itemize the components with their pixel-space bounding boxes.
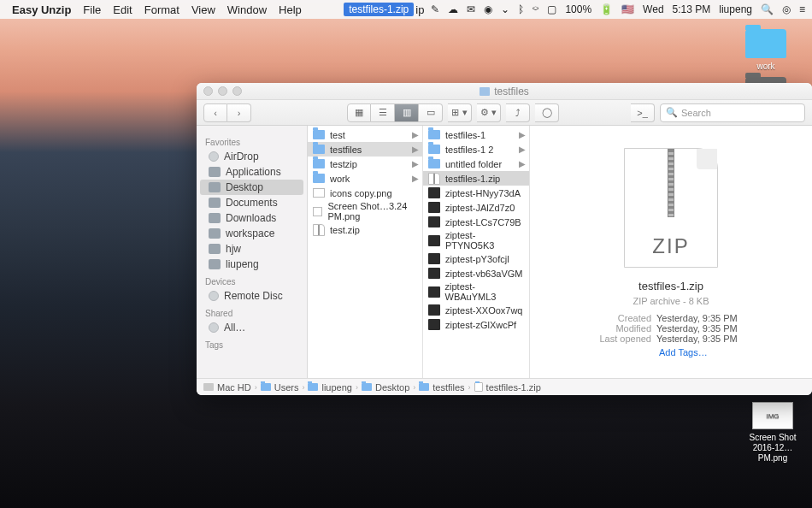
battery-pct[interactable]: 100% — [565, 3, 591, 15]
folder-icon — [313, 130, 325, 139]
sidebar-airdrop[interactable]: AirDrop — [200, 149, 303, 164]
action-button[interactable]: ⚙ ▾ — [477, 103, 501, 122]
sidebar-item-label: All… — [224, 322, 245, 334]
list-row[interactable]: ziptest-LCs7C79B — [423, 215, 529, 229]
hd-icon — [203, 383, 214, 391]
close-button[interactable] — [203, 86, 213, 96]
user-icon[interactable]: ◉ — [484, 3, 492, 15]
chevron-right-icon: ▶ — [412, 159, 419, 168]
list-row[interactable]: ziptest-JAlZd7z0 — [423, 200, 529, 215]
documents-icon — [209, 198, 221, 208]
list-row[interactable]: test.zip — [308, 222, 422, 237]
sidebar-applications[interactable]: Applications — [200, 164, 303, 180]
list-row[interactable]: Screen Shot…3.24 PM.png — [308, 200, 422, 222]
wechat-icon[interactable]: ✉ — [467, 3, 475, 15]
list-row[interactable]: testfiles-1 2▶ — [423, 142, 529, 157]
cloud-icon[interactable]: ☁ — [448, 3, 458, 15]
sidebar-downloads[interactable]: Downloads — [200, 210, 303, 226]
back-button[interactable]: ‹ — [203, 103, 227, 122]
list-row[interactable]: ziptest-WBAuYML3 — [423, 281, 529, 303]
sidebar-item-label: Documents — [226, 197, 278, 209]
path-seg[interactable]: testfiles — [432, 382, 464, 393]
column-desktop: test▶testfiles▶testzip▶work▶icons copy.p… — [308, 126, 423, 378]
folder-icon — [745, 29, 786, 58]
tags-button[interactable]: ◯ — [535, 103, 559, 122]
sidebar-desktop[interactable]: Desktop — [200, 180, 303, 195]
clock-time[interactable]: 5:13 PM — [673, 3, 711, 15]
list-row[interactable]: ziptest-pY3ofcjl — [423, 251, 529, 266]
list-row[interactable]: testfiles▶ — [308, 142, 422, 157]
sidebar-remote-disc[interactable]: Remote Disc — [200, 288, 303, 304]
airplay-icon[interactable]: ▢ — [547, 3, 556, 15]
menu-window[interactable]: Window — [227, 3, 267, 16]
evernote-icon[interactable]: ✎ — [431, 3, 439, 15]
list-row[interactable]: icons copy.png — [308, 186, 422, 200]
notification-icon[interactable]: ≡ — [799, 3, 805, 15]
path-seg[interactable]: testfiles-1.zip — [486, 382, 541, 393]
finder-toolbar: ‹ › ▦ ☰ ▥ ▭ ⊞ ▾ ⚙ ▾ ⤴ ◯ >_ 🔍 Search — [197, 100, 812, 126]
list-row[interactable]: ziptest-PTYNO5K3 — [423, 229, 529, 251]
view-icons[interactable]: ▦ — [347, 103, 371, 122]
dropdown-icon[interactable]: ⌄ — [501, 3, 509, 15]
arrange-button[interactable]: ⊞ ▾ — [448, 103, 472, 122]
menu-help[interactable]: Help — [279, 3, 302, 16]
zoom-button[interactable] — [232, 86, 242, 96]
path-seg[interactable]: Desktop — [375, 382, 409, 393]
preview-filetype: ZIP archive - 8 KB — [633, 296, 709, 306]
path-seg[interactable]: liupeng — [321, 382, 351, 393]
path-seg[interactable]: Mac HD — [217, 382, 251, 393]
siri-icon[interactable]: ◎ — [782, 3, 791, 15]
finder-titlebar[interactable]: testfiles — [197, 83, 812, 100]
view-switch: ▦ ☰ ▥ ▭ — [347, 103, 443, 122]
clock-day[interactable]: Wed — [643, 3, 663, 15]
desktop-item-label: Screen Shot 2016-12…PM.png — [742, 433, 803, 464]
menu-file[interactable]: File — [83, 3, 101, 16]
path-bar: Mac HD› Users› liupeng› Desktop› testfil… — [197, 378, 812, 395]
nav-buttons: ‹ › — [203, 103, 251, 122]
list-row[interactable]: testfiles-1.zip — [423, 171, 529, 186]
menu-bar: Easy Unzip File Edit Format View Window … — [0, 0, 812, 19]
desktop-folder-work[interactable]: work — [735, 29, 797, 72]
path-button[interactable]: >_ — [631, 103, 655, 122]
meta-key: Created — [591, 313, 651, 323]
desktop-screenshot[interactable]: IMG Screen Shot 2016-12…PM.png — [742, 402, 803, 464]
app-name[interactable]: Easy Unzip — [12, 3, 71, 16]
view-columns[interactable]: ▥ — [395, 103, 419, 122]
view-list[interactable]: ☰ — [371, 103, 395, 122]
zip-label: ZIP — [652, 234, 689, 258]
battery-icon[interactable]: 🔋 — [600, 3, 613, 15]
sidebar-liupeng[interactable]: liupeng — [200, 257, 303, 272]
forward-button[interactable]: › — [227, 103, 251, 122]
list-row[interactable]: ziptest-zGlXwcPf — [423, 317, 529, 332]
spotlight-icon[interactable]: 🔍 — [761, 3, 774, 15]
sidebar-workspace[interactable]: workspace — [200, 226, 303, 241]
flag-icon[interactable]: 🇺🇸 — [621, 3, 634, 15]
user-name[interactable]: liupeng — [719, 3, 752, 15]
list-row[interactable]: untitled folder▶ — [423, 157, 529, 171]
menu-edit[interactable]: Edit — [113, 3, 132, 16]
list-row[interactable]: work▶ — [308, 171, 422, 186]
list-row[interactable]: ziptest-vb63aVGM — [423, 266, 529, 281]
list-row[interactable]: ziptest-XXOox7wq — [423, 303, 529, 317]
bluetooth-icon[interactable]: ᛒ — [518, 3, 524, 15]
list-row[interactable]: testzip▶ — [308, 157, 422, 171]
share-button[interactable]: ⤴ — [506, 103, 530, 122]
view-gallery[interactable]: ▭ — [419, 103, 443, 122]
search-field[interactable]: 🔍 Search — [660, 103, 805, 122]
path-seg[interactable]: Users — [274, 382, 299, 393]
sidebar-hjw[interactable]: hjw — [200, 241, 303, 257]
wifi-icon[interactable]: ⌔ — [533, 3, 538, 15]
sidebar-all[interactable]: All… — [200, 320, 303, 335]
list-row[interactable]: testfiles-1▶ — [423, 127, 529, 142]
list-row[interactable]: ziptest-HNyy73dA — [423, 186, 529, 200]
exec-icon — [428, 202, 440, 213]
zip-icon — [428, 173, 440, 185]
active-file-bubble[interactable]: testfiles-1.zip — [344, 3, 414, 16]
list-row[interactable]: test▶ — [308, 127, 422, 142]
menu-view[interactable]: View — [191, 3, 215, 16]
add-tags-link[interactable]: Add Tags… — [594, 347, 748, 357]
zip-icon — [313, 224, 325, 236]
sidebar-documents[interactable]: Documents — [200, 195, 303, 210]
minimize-button[interactable] — [218, 86, 227, 96]
menu-format[interactable]: Format — [144, 3, 179, 16]
